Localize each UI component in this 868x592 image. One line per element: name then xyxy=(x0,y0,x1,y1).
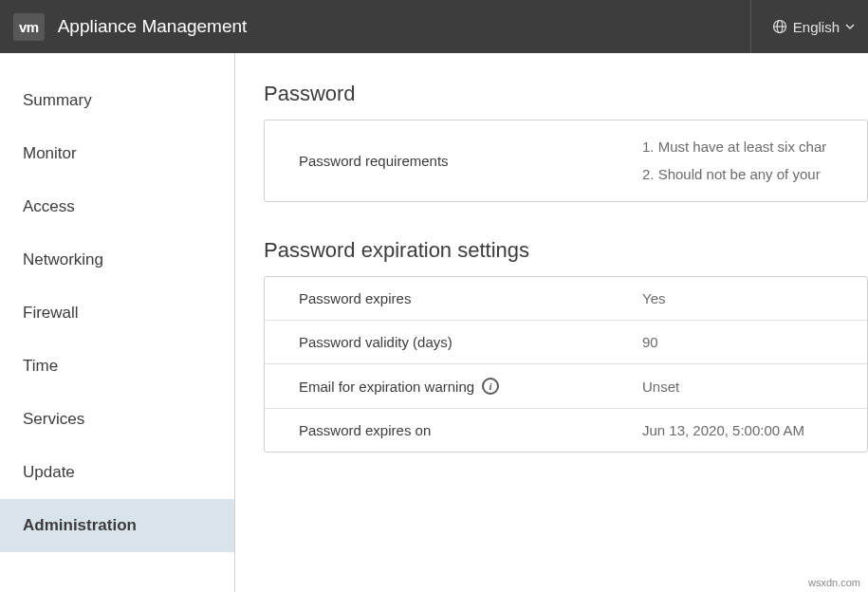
expires-on-value: Jun 13, 2020, 5:00:00 AM xyxy=(642,422,804,438)
password-requirements-value: 1. Must have at least six char 2. Should… xyxy=(642,134,826,188)
expires-label: Password expires xyxy=(299,290,642,306)
email-warning-label: Email for expiration warning xyxy=(299,379,474,395)
header-left: vm Appliance Management xyxy=(13,13,247,41)
password-requirement-1: 1. Must have at least six char xyxy=(642,134,826,161)
info-icon[interactable]: i xyxy=(482,378,499,395)
app-title: Appliance Management xyxy=(58,16,248,37)
language-label: English xyxy=(793,19,840,35)
watermark: wsxdn.com xyxy=(808,577,860,588)
expiration-section-heading: Password expiration settings xyxy=(264,238,868,263)
password-panel: Password requirements 1. Must have at le… xyxy=(264,120,868,202)
expires-on-row: Password expires on Jun 13, 2020, 5:00:0… xyxy=(265,409,867,452)
globe-icon xyxy=(772,19,787,34)
sidebar-item-administration[interactable]: Administration xyxy=(0,499,234,552)
sidebar: Summary Monitor Access Networking Firewa… xyxy=(0,53,235,592)
vmware-logo: vm xyxy=(13,13,45,41)
validity-label: Password validity (days) xyxy=(299,334,642,350)
main-layout: Summary Monitor Access Networking Firewa… xyxy=(0,53,868,592)
language-selector[interactable]: English xyxy=(772,19,855,35)
sidebar-item-networking[interactable]: Networking xyxy=(0,233,234,287)
header-bar: vm Appliance Management English xyxy=(0,0,868,53)
sidebar-item-summary[interactable]: Summary xyxy=(0,74,234,127)
email-row: Email for expiration warning i Unset xyxy=(265,364,867,409)
expires-value: Yes xyxy=(642,290,665,306)
expiration-panel: Password expires Yes Password validity (… xyxy=(264,276,868,453)
password-requirements-row: Password requirements 1. Must have at le… xyxy=(265,120,867,201)
sidebar-item-update[interactable]: Update xyxy=(0,446,234,499)
sidebar-item-monitor[interactable]: Monitor xyxy=(0,127,234,180)
email-warning-label-wrap: Email for expiration warning i xyxy=(299,378,642,395)
email-warning-value: Unset xyxy=(642,379,679,395)
sidebar-item-firewall[interactable]: Firewall xyxy=(0,287,234,340)
validity-row: Password validity (days) 90 xyxy=(265,321,867,364)
expires-on-label: Password expires on xyxy=(299,422,642,438)
sidebar-item-services[interactable]: Services xyxy=(0,393,234,446)
password-requirement-2: 2. Should not be any of your xyxy=(642,161,826,189)
sidebar-item-access[interactable]: Access xyxy=(0,180,234,233)
chevron-down-icon xyxy=(845,22,855,31)
expires-row: Password expires Yes xyxy=(265,277,867,321)
sidebar-item-time[interactable]: Time xyxy=(0,340,234,393)
password-requirements-label: Password requirements xyxy=(299,153,642,169)
main-content: Password Password requirements 1. Must h… xyxy=(235,53,868,592)
header-right: English xyxy=(750,0,855,53)
password-section-heading: Password xyxy=(264,82,868,106)
validity-value: 90 xyxy=(642,334,658,350)
